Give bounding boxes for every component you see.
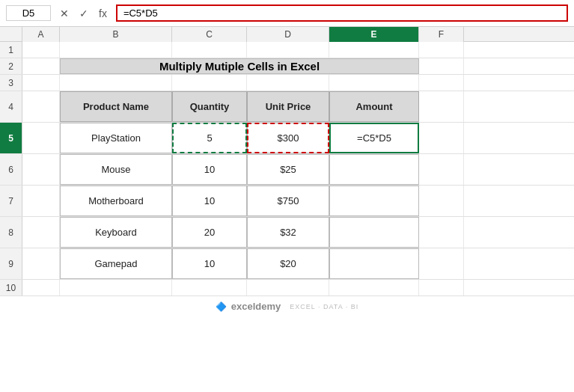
cell-e7[interactable] (329, 186, 419, 216)
cell-e9[interactable] (329, 248, 419, 279)
cell-c4-header[interactable]: Quantity (172, 91, 247, 122)
col-header-c[interactable]: C (172, 27, 247, 42)
cell-d9[interactable]: $20 (247, 248, 329, 279)
cell-e5[interactable]: =C5*D5 (329, 123, 419, 153)
cell-c9[interactable]: 10 (172, 248, 247, 279)
cell-d10[interactable] (247, 280, 329, 295)
cell-b4-header[interactable]: Product Name (60, 91, 172, 122)
cell-c8[interactable]: 20 (172, 217, 247, 248)
cell-b9[interactable]: Gamepad (60, 248, 172, 279)
grid-row-10: 10 (0, 280, 574, 296)
cell-a1[interactable] (22, 42, 60, 58)
row-header-9[interactable]: 9 (0, 248, 22, 279)
cell-a4[interactable] (22, 91, 60, 122)
cell-e8[interactable] (329, 217, 419, 248)
cell-c3[interactable] (172, 75, 247, 91)
col-header-e[interactable]: E (329, 27, 419, 42)
spreadsheet-title-cell: Multiply Mutiple Cells in Excel (60, 58, 419, 74)
cell-a9[interactable] (22, 248, 60, 279)
grid-row-5: 5 PlayStation 5 $300 =C5*D5 (0, 123, 574, 154)
cell-reference-box[interactable]: D5 (6, 5, 51, 21)
cell-b7[interactable]: Motherboard (60, 186, 172, 216)
formula-fx-icon[interactable]: fx (96, 6, 110, 21)
cell-f1[interactable] (419, 42, 464, 58)
cell-e4-header[interactable]: Amount (329, 91, 419, 122)
cell-a3[interactable] (22, 75, 60, 91)
cell-d8[interactable]: $32 (247, 217, 329, 248)
grid-row-8: 8 Keyboard 20 $32 (0, 217, 574, 248)
formula-bar-container: D5 ✕ ✓ fx =C5*D5 (0, 0, 574, 27)
grid-row-2: 2 Multiply Mutiple Cells in Excel (0, 58, 574, 75)
grid-row-6: 6 Mouse 10 $25 (0, 154, 574, 186)
cell-e10[interactable] (329, 280, 419, 295)
cell-c1[interactable] (172, 42, 247, 58)
col-header-f[interactable]: F (419, 27, 464, 42)
grid-row-4: 4 Product Name Quantity Unit Price Amoun… (0, 91, 574, 123)
cell-d7[interactable]: $750 (247, 186, 329, 216)
cell-b1[interactable] (60, 42, 172, 58)
cell-f4[interactable] (419, 91, 464, 122)
watermark-tagline: EXCEL · DATA · BI (290, 303, 358, 310)
cell-f8[interactable] (419, 217, 464, 248)
cell-f3[interactable] (419, 75, 464, 91)
cell-c6[interactable]: 10 (172, 154, 247, 185)
cell-c10[interactable] (172, 280, 247, 295)
corner-cell (0, 27, 22, 41)
grid-row-9: 9 Gamepad 10 $20 (0, 248, 574, 280)
cell-b5[interactable]: PlayStation (60, 123, 172, 153)
row-header-10[interactable]: 10 (0, 280, 22, 295)
cell-e1[interactable] (329, 42, 419, 58)
row-header-3[interactable]: 3 (0, 75, 22, 91)
row-header-5[interactable]: 5 (0, 123, 22, 153)
col-header-a[interactable]: A (22, 27, 60, 42)
cell-f9[interactable] (419, 248, 464, 279)
grid-row-1: 1 (0, 42, 574, 58)
cell-d1[interactable] (247, 42, 329, 58)
row-header-1[interactable]: 1 (0, 42, 22, 58)
cell-d3[interactable] (247, 75, 329, 91)
cell-e3[interactable] (329, 75, 419, 91)
cell-c7[interactable]: 10 (172, 186, 247, 216)
cell-a5[interactable] (22, 123, 60, 153)
row-header-4[interactable]: 4 (0, 91, 22, 122)
cell-f6[interactable] (419, 154, 464, 185)
cell-d4-header[interactable]: Unit Price (247, 91, 329, 122)
grid-row-7: 7 Motherboard 10 $750 (0, 186, 574, 217)
cell-d6[interactable]: $25 (247, 154, 329, 185)
watermark: 🔷 exceldemy EXCEL · DATA · BI (0, 296, 574, 313)
grid-row-3: 3 (0, 75, 574, 91)
row-header-6[interactable]: 6 (0, 154, 22, 185)
cell-f10[interactable] (419, 280, 464, 295)
cell-f2[interactable] (419, 58, 464, 74)
cell-b6[interactable]: Mouse (60, 154, 172, 185)
formula-divider: ✕ ✓ fx (57, 6, 110, 21)
formula-input[interactable]: =C5*D5 (116, 4, 568, 22)
cell-a2[interactable] (22, 58, 60, 74)
confirm-icon[interactable]: ✓ (76, 6, 91, 21)
column-headers: A B C D E F (0, 27, 574, 42)
watermark-logo: exceldemy (231, 301, 281, 312)
cell-e6[interactable] (329, 154, 419, 185)
spreadsheet-grid: 1 2 Multiply Mutiple Cells in Excel 3 4 … (0, 42, 574, 296)
cell-a7[interactable] (22, 186, 60, 216)
cell-f7[interactable] (419, 186, 464, 216)
cancel-icon[interactable]: ✕ (57, 6, 72, 21)
cell-b10[interactable] (60, 280, 172, 295)
col-header-d[interactable]: D (247, 27, 329, 42)
col-header-b[interactable]: B (60, 27, 172, 42)
cell-b8[interactable]: Keyboard (60, 217, 172, 248)
row-header-7[interactable]: 7 (0, 186, 22, 216)
cell-a6[interactable] (22, 154, 60, 185)
cell-a10[interactable] (22, 280, 60, 295)
row-header-2[interactable]: 2 (0, 58, 22, 74)
cell-a8[interactable] (22, 217, 60, 248)
cell-b3[interactable] (60, 75, 172, 91)
cell-f5[interactable] (419, 123, 464, 153)
cell-c5[interactable]: 5 (172, 123, 247, 153)
cell-d5[interactable]: $300 (247, 123, 329, 153)
row-header-8[interactable]: 8 (0, 217, 22, 248)
